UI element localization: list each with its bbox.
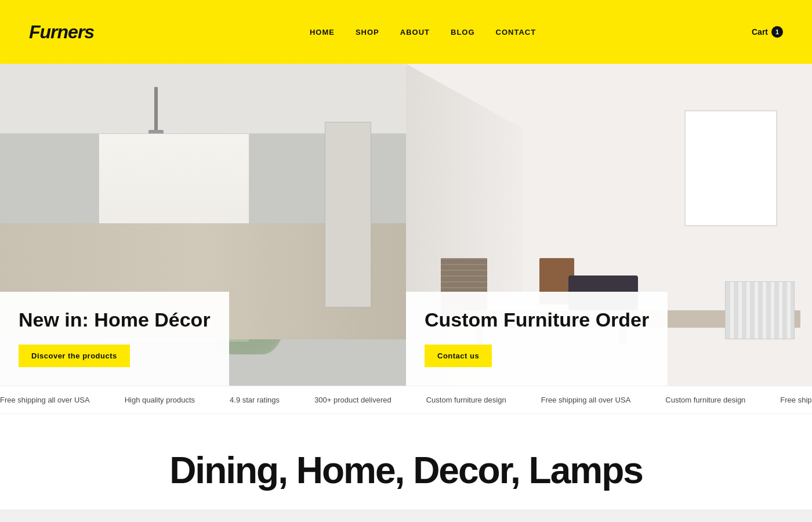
ticker-item: Free shipping all over USA bbox=[541, 396, 631, 404]
main-nav: HOME SHOP ABOUT BLOG CONTACT bbox=[310, 28, 536, 37]
ticker-inner: Free shipping all over USAHigh quality p… bbox=[0, 396, 812, 404]
ticker-item: Custom furniture design bbox=[426, 396, 506, 404]
ticker-item: 300+ product delivered bbox=[314, 396, 392, 404]
nav-about[interactable]: ABOUT bbox=[400, 28, 430, 37]
cart-button[interactable]: Cart 1 bbox=[752, 26, 783, 38]
cart-count: 1 bbox=[771, 26, 783, 38]
cart-label: Cart bbox=[752, 27, 768, 37]
hero-right-title: Custom Furniture Order bbox=[425, 308, 649, 332]
categories-section: Dining, Home, Decor, Lamps bbox=[0, 414, 812, 509]
brand-logo[interactable]: Furners bbox=[29, 21, 94, 43]
hero-right-panel: Custom Furniture Order Contact us bbox=[406, 64, 812, 386]
nav-blog[interactable]: BLOG bbox=[451, 28, 475, 37]
categories-title: Dining, Home, Decor, Lamps bbox=[29, 449, 783, 492]
hero-left-card: New in: Home Décor Discover the products bbox=[0, 292, 229, 386]
ticker-item: 4.9 star ratings bbox=[230, 396, 280, 404]
discover-products-button[interactable]: Discover the products bbox=[19, 345, 130, 367]
ticker-item: High quality products bbox=[125, 396, 195, 404]
ticker-bar: Free shipping all over USAHigh quality p… bbox=[0, 386, 812, 414]
contact-us-button[interactable]: Contact us bbox=[425, 345, 492, 367]
nav-shop[interactable]: SHOP bbox=[356, 28, 379, 37]
hero-left-panel: New in: Home Décor Discover the products bbox=[0, 64, 406, 386]
ticker-item: Free shipping all over USA bbox=[780, 396, 812, 404]
hero-right-card: Custom Furniture Order Contact us bbox=[406, 292, 668, 386]
ticker-item: Free shipping all over USA bbox=[0, 396, 90, 404]
header: Furners HOME SHOP ABOUT BLOG CONTACT Car… bbox=[0, 0, 812, 64]
nav-contact[interactable]: CONTACT bbox=[496, 28, 536, 37]
ticker-item: Custom furniture design bbox=[665, 396, 745, 404]
hero-section: New in: Home Décor Discover the products… bbox=[0, 64, 812, 386]
nav-home[interactable]: HOME bbox=[310, 28, 335, 37]
hero-left-title: New in: Home Décor bbox=[19, 308, 211, 332]
